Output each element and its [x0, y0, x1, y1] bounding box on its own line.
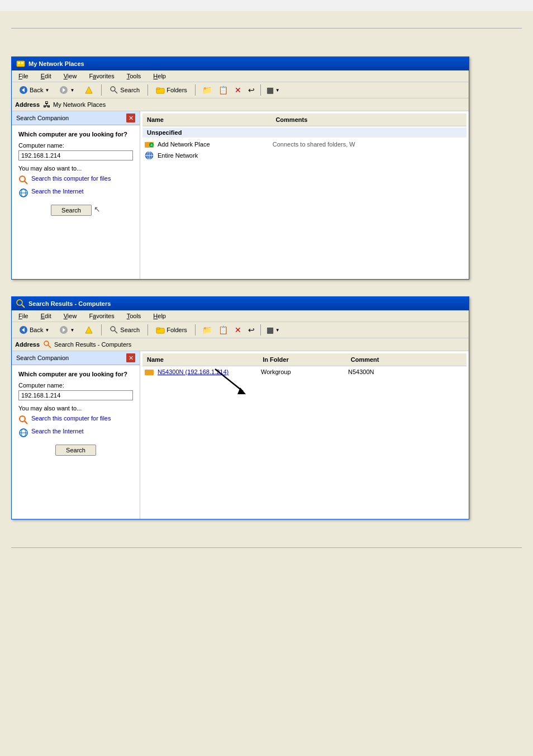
window2-main: Search Companion ✕ Which computer are yo…	[12, 351, 469, 519]
window1-title-icon	[16, 59, 25, 68]
window2-toolbar: Back ▼ ▼	[12, 322, 469, 338]
computer-name-input2[interactable]	[18, 390, 133, 400]
result-infolder-1: Workgroup	[261, 368, 348, 375]
views-button[interactable]: ▦ ▼	[264, 84, 283, 96]
search-companion-close1[interactable]: ✕	[126, 114, 135, 122]
w2-back-dropdown[interactable]: ▼	[45, 328, 49, 333]
w2-views-arrow[interactable]: ▼	[275, 328, 280, 333]
w2-search-button[interactable]: Search	[106, 324, 144, 336]
search-internet-link1[interactable]: Search the Internet	[18, 188, 133, 198]
svg-rect-1	[18, 62, 20, 64]
copy-button[interactable]: 📋	[216, 84, 231, 96]
search-execute-label1: Search	[61, 207, 81, 214]
menu-favorites[interactable]: Favorites	[85, 72, 117, 81]
undo-icon: ↩	[248, 86, 255, 94]
w2-menu-edit[interactable]: Edit	[37, 311, 55, 320]
search-computer-files-link1[interactable]: Search this computer for files	[18, 175, 133, 185]
up-button[interactable]	[80, 84, 97, 96]
menu-file[interactable]: File	[15, 72, 32, 81]
search-btn-container1: Search ↖	[18, 205, 133, 216]
delete-button[interactable]: ✕	[232, 84, 244, 96]
w2-sep1	[101, 324, 102, 336]
search-computer-files-link2[interactable]: Search this computer for files	[18, 415, 133, 425]
w2-up-icon	[84, 325, 93, 334]
w2-address-label: Address	[15, 341, 40, 348]
result-name-text-1: N54300N (192.168.1.214)	[158, 368, 229, 375]
menu-tools[interactable]: Tools	[123, 72, 145, 81]
svg-marker-7	[85, 87, 92, 93]
w2-search-icon	[110, 325, 118, 334]
sep3	[195, 84, 196, 96]
svg-line-13	[25, 181, 27, 184]
window2-title-icon	[16, 299, 25, 308]
menu-help[interactable]: Help	[150, 72, 169, 81]
result-icon-1	[145, 367, 154, 376]
entire-network-icon	[145, 151, 154, 160]
col-header-name1: Name	[145, 115, 273, 124]
back-button[interactable]: Back ▼	[15, 84, 53, 96]
window1-addressbar: Address 🖧 My Network Places	[12, 98, 469, 111]
file-row-addnetwork[interactable]: + Add Network Place Connects to shared f…	[142, 139, 467, 150]
w2-delete-button[interactable]: ✕	[232, 324, 244, 336]
col-header-comments1: Comments	[273, 115, 464, 124]
svg-rect-11	[156, 88, 160, 89]
search-companion-close2[interactable]: ✕	[126, 353, 135, 362]
address-content[interactable]: 🖧 My Network Places	[43, 100, 106, 109]
forward-button[interactable]: ▼	[55, 84, 78, 96]
w2-menu-view[interactable]: View	[60, 311, 80, 320]
w2-folders-button[interactable]: Folders	[152, 324, 191, 336]
search-companion-body1: Which computer are you looking for? Comp…	[12, 125, 140, 279]
w2-back-button[interactable]: Back ▼	[15, 324, 53, 336]
column-header2: Name In Folder Comment	[142, 353, 467, 366]
svg-rect-2	[21, 62, 23, 64]
window1-titlebar: My Network Places	[12, 57, 469, 70]
w2-move-icon: 📁	[202, 325, 212, 334]
undo-button[interactable]: ↩	[245, 84, 258, 96]
forward-dropdown-arrow[interactable]: ▼	[70, 88, 74, 93]
file-name-text-2: Entire Network	[158, 152, 198, 159]
w2-menu-favorites[interactable]: Favorites	[85, 311, 117, 320]
search-internet-icon2	[18, 428, 28, 438]
w2-forward-dropdown[interactable]: ▼	[70, 328, 74, 333]
result-name-1: N54300N (192.168.1.214)	[145, 367, 261, 376]
w2-sep3	[195, 324, 196, 336]
move-icon: 📁	[202, 86, 212, 94]
w2-address-content[interactable]: Search Results - Computers	[43, 340, 131, 349]
search-execute-btn1[interactable]: Search	[51, 205, 92, 216]
action-icons: 📁 📋 ✕ ↩ ▦ ▼	[199, 84, 283, 96]
w2-copy-button[interactable]: 📋	[216, 324, 231, 336]
w2-forward-button[interactable]: ▼	[55, 324, 78, 336]
col-header-name2: Name	[145, 355, 260, 364]
search-btn-container2: Search	[18, 445, 133, 456]
back-dropdown-arrow[interactable]: ▼	[45, 88, 49, 93]
back-label: Back	[30, 87, 43, 93]
result-comment-1: N54300N	[348, 368, 464, 375]
svg-rect-44	[145, 370, 149, 371]
w2-views-button[interactable]: ▦ ▼	[264, 324, 283, 336]
folders-button[interactable]: Folders	[152, 84, 191, 96]
svg-line-39	[25, 421, 27, 424]
w2-up-button[interactable]	[80, 324, 97, 336]
menu-edit[interactable]: Edit	[37, 72, 55, 81]
views-icon: ▦	[266, 86, 274, 94]
search-execute-btn2[interactable]: Search	[55, 445, 96, 456]
w2-undo-button[interactable]: ↩	[245, 324, 258, 336]
w2-folders-label: Folders	[166, 327, 187, 333]
file-section-header1: Unspecified	[142, 127, 467, 138]
w2-menu-help[interactable]: Help	[150, 311, 169, 320]
move-button[interactable]: 📁	[199, 84, 215, 96]
search-internet-link2[interactable]: Search the Internet	[18, 428, 133, 438]
search-internet-icon1	[18, 188, 28, 198]
views-arrow[interactable]: ▼	[275, 88, 280, 93]
file-row-entirenetwork[interactable]: Entire Network	[142, 150, 467, 161]
svg-point-8	[111, 87, 115, 91]
menu-view[interactable]: View	[60, 72, 80, 81]
w2-move-button[interactable]: 📁	[199, 324, 215, 336]
search-button[interactable]: Search	[106, 84, 144, 96]
page-wrapper: My Network Places File Edit View Favorit…	[0, 11, 533, 756]
computer-name-input1[interactable]	[18, 150, 133, 160]
w2-menu-file[interactable]: File	[15, 311, 32, 320]
result-row-1[interactable]: N54300N (192.168.1.214) Workgroup N54300…	[142, 366, 467, 377]
w2-menu-tools[interactable]: Tools	[123, 311, 145, 320]
svg-line-37	[48, 345, 51, 348]
